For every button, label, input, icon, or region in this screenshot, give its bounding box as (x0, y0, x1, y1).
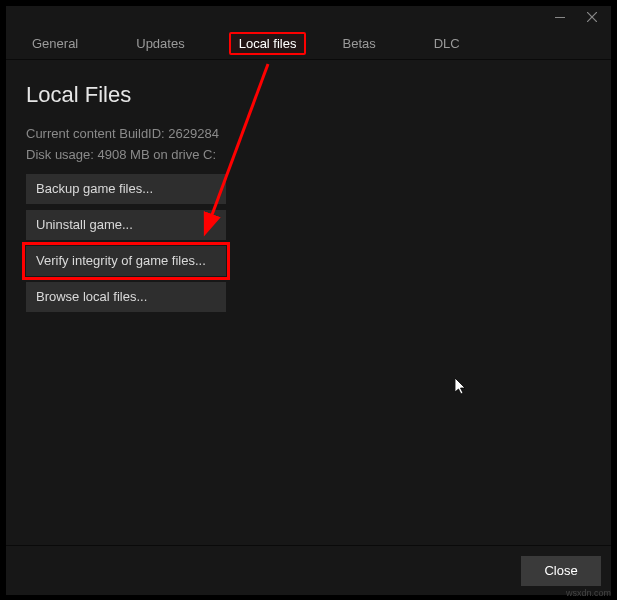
uninstall-game-button[interactable]: Uninstall game... (26, 210, 226, 240)
minimize-icon (555, 17, 565, 18)
tab-local-files[interactable]: Local files (229, 32, 307, 55)
action-button-list: Backup game files... Uninstall game... V… (26, 174, 591, 312)
close-button[interactable]: Close (521, 556, 601, 586)
tab-dlc[interactable]: DLC (420, 30, 474, 57)
disk-usage-info: Disk usage: 4908 MB on drive C: (26, 147, 591, 162)
tab-betas[interactable]: Betas (328, 30, 389, 57)
backup-game-files-button[interactable]: Backup game files... (26, 174, 226, 204)
dialog-footer: Close (6, 545, 611, 595)
browse-local-files-button[interactable]: Browse local files... (26, 282, 226, 312)
close-icon (587, 8, 597, 26)
verify-integrity-button[interactable]: Verify integrity of game files... (26, 246, 226, 276)
watermark: wsxdn.com (566, 588, 611, 598)
tab-updates[interactable]: Updates (122, 30, 198, 57)
page-title: Local Files (26, 82, 591, 108)
minimize-button[interactable] (545, 7, 575, 27)
properties-dialog: General Updates Local files Betas DLC Lo… (6, 6, 611, 595)
titlebar (6, 6, 611, 28)
close-window-button[interactable] (577, 7, 607, 27)
tabs-bar: General Updates Local files Betas DLC (6, 28, 611, 60)
content-area: Local Files Current content BuildID: 262… (6, 60, 611, 340)
build-id-info: Current content BuildID: 2629284 (26, 126, 591, 141)
tab-general[interactable]: General (18, 30, 92, 57)
mouse-cursor (455, 378, 469, 398)
